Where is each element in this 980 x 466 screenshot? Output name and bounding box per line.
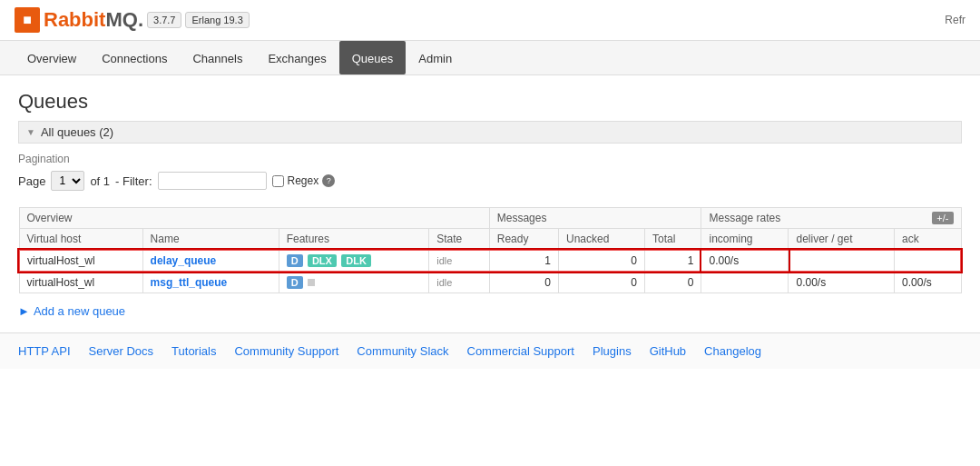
cell-ack: 0.00/s [895, 272, 961, 293]
th-name: Name [142, 229, 279, 251]
footer-link-http-api[interactable]: HTTP API [18, 344, 71, 358]
cell-deliver-get [789, 250, 895, 272]
badge-d: D [287, 254, 303, 267]
table-row: virtualHost_wl msg_ttl_queue D idle 0 0 … [19, 272, 961, 293]
footer: HTTP API Server Docs Tutorials Community… [0, 332, 980, 369]
pagination-area: Pagination Page 1 of 1 - Filter: Regex ? [18, 144, 962, 200]
badge-dlx: DLX [308, 254, 337, 267]
nav-item-connections[interactable]: Connections [89, 41, 180, 74]
th-group-message-rates: Message rates +/- [701, 208, 961, 229]
page-select[interactable]: 1 [51, 171, 84, 191]
pagination-controls: Page 1 of 1 - Filter: Regex ? [18, 171, 962, 191]
cell-unacked: 0 [558, 250, 644, 272]
top-bar: ■ RabbitMQ. 3.7.7 Erlang 19.3 Refr [0, 0, 980, 41]
queues-table: Overview Messages Message rates +/- Virt… [18, 207, 962, 293]
cell-virtual-host: virtualHost_wl [19, 272, 142, 293]
cell-ack [895, 250, 961, 272]
regex-help-icon[interactable]: ? [322, 174, 335, 187]
cell-state: idle [429, 272, 489, 293]
filter-input[interactable] [158, 172, 267, 190]
section-header[interactable]: ▼ All queues (2) [18, 121, 962, 144]
nav-item-exchanges[interactable]: Exchanges [255, 41, 338, 74]
badge-dlk: DLK [341, 254, 371, 267]
th-group-overview: Overview [19, 208, 489, 229]
cell-unacked: 0 [558, 272, 644, 293]
footer-link-community-slack[interactable]: Community Slack [357, 344, 448, 358]
logo: ■ RabbitMQ. 3.7.7 Erlang 19.3 [15, 7, 250, 33]
feature-square [308, 279, 315, 286]
badge-d: D [287, 276, 303, 289]
nav-item-queues[interactable]: Queues [339, 41, 407, 74]
th-incoming: incoming [701, 229, 789, 251]
footer-link-community-support[interactable]: Community Support [234, 344, 338, 358]
logo-mq: MQ. [105, 8, 143, 31]
footer-link-tutorials[interactable]: Tutorials [172, 344, 216, 358]
th-group-messages: Messages [489, 208, 701, 229]
th-unacked: Unacked [558, 229, 644, 251]
cell-incoming [701, 272, 789, 293]
th-state: State [429, 229, 489, 251]
erlang-badge: Erlang 19.3 [185, 12, 249, 28]
regex-label: Regex ? [272, 174, 336, 187]
cell-incoming: 0.00/s [701, 250, 789, 272]
regex-text: Regex [288, 174, 319, 187]
content: Queues ▼ All queues (2) Pagination Page … [0, 75, 980, 332]
of-label: of 1 [90, 174, 110, 188]
cell-ready: 0 [489, 272, 558, 293]
cell-features: D DLX DLK [279, 250, 429, 272]
pagination-label: Pagination [18, 153, 962, 165]
logo-text: RabbitMQ. [44, 8, 143, 32]
nav-item-overview[interactable]: Overview [15, 41, 89, 74]
th-deliver-get: deliver / get [789, 229, 895, 251]
add-queue-arrow-icon: ► [18, 304, 30, 318]
footer-link-changelog[interactable]: Changelog [704, 344, 761, 358]
cell-total: 0 [644, 272, 701, 293]
th-features: Features [279, 229, 429, 251]
page-label: Page [18, 174, 45, 188]
version-badge: 3.7.7 [147, 12, 181, 28]
th-virtual-host: Virtual host [19, 229, 142, 251]
page-title: Queues [18, 90, 962, 114]
state-value: idle [436, 277, 452, 288]
regex-checkbox[interactable] [272, 175, 284, 187]
filter-label: - Filter: [115, 174, 152, 188]
nav-item-channels[interactable]: Channels [180, 41, 255, 74]
th-ready: Ready [489, 229, 558, 251]
footer-link-commercial-support[interactable]: Commercial Support [467, 344, 575, 358]
cell-name: msg_ttl_queue [142, 272, 279, 293]
queue-name-link[interactable]: delay_queue [151, 254, 217, 267]
logo-rabbit: Rabbit [44, 8, 105, 31]
cell-name: delay_queue [142, 250, 279, 272]
section-label: All queues (2) [41, 125, 113, 139]
queue-name-link[interactable]: msg_ttl_queue [151, 276, 228, 289]
add-queue-button[interactable]: ► Add a new queue [18, 304, 962, 318]
cell-ready: 1 [489, 250, 558, 272]
cell-state: idle [429, 250, 489, 272]
th-ack: ack [895, 229, 961, 251]
footer-link-plugins[interactable]: Plugins [593, 344, 632, 358]
refresh-button[interactable]: Refr [945, 14, 965, 26]
th-total: Total [644, 229, 701, 251]
logo-icon: ■ [15, 7, 40, 33]
cell-features: D [279, 272, 429, 293]
collapse-arrow-icon: ▼ [26, 127, 35, 137]
footer-link-server-docs[interactable]: Server Docs [89, 344, 154, 358]
state-value: idle [436, 255, 452, 266]
plus-minus-button[interactable]: +/- [932, 212, 953, 224]
nav-bar: Overview Connections Channels Exchanges … [0, 41, 980, 75]
add-queue-label: Add a new queue [34, 304, 125, 318]
table-row: virtualHost_wl delay_queue D DLX DLK idl… [19, 250, 961, 272]
cell-virtual-host: virtualHost_wl [19, 250, 142, 272]
cell-deliver-get: 0.00/s [789, 272, 895, 293]
footer-link-github[interactable]: GitHub [650, 344, 686, 358]
cell-total: 1 [644, 250, 701, 272]
nav-item-admin[interactable]: Admin [406, 41, 465, 74]
